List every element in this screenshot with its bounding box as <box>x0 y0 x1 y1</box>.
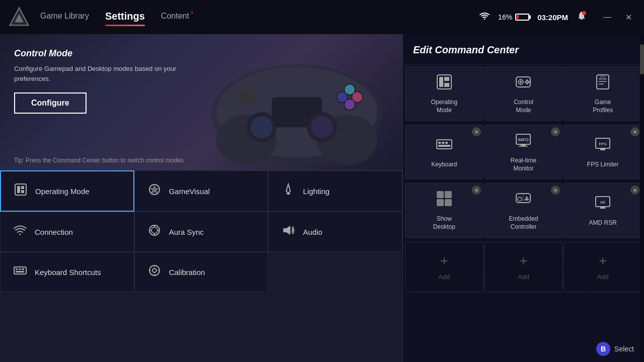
svg-rect-53 <box>439 77 443 87</box>
svg-rect-55 <box>444 83 449 87</box>
svg-rect-72 <box>445 142 448 144</box>
settings-cell-gamevisual[interactable]: GameVisual <box>134 170 269 212</box>
settings-cell-operating-mode[interactable]: Operating Mode <box>0 170 134 212</box>
svg-rect-28 <box>21 190 24 193</box>
svg-point-24 <box>251 116 273 138</box>
nav-settings[interactable]: Settings <box>105 11 145 24</box>
control-mode-desc: Configure Gamepad and Desktop modes base… <box>14 64 205 83</box>
cmd-card-embedded-controller[interactable]: ✕ EmbeddedController <box>485 183 563 237</box>
topbar: Game Library Settings Content 16% 03:20P… <box>0 0 644 34</box>
add-1-icon: + <box>440 253 448 269</box>
settings-cell-audio[interactable]: Audio <box>268 212 403 252</box>
cmd-keyboard-remove[interactable]: ✕ <box>472 127 481 136</box>
nav-content[interactable]: Content <box>161 12 189 23</box>
right-panel: Edit Command Center OperatingMode <box>403 34 644 362</box>
main-content: Control Mode Configure Gamepad and Deskt… <box>0 34 644 362</box>
cmd-card-show-desktop[interactable]: ✕ ShowDesktop <box>405 183 484 237</box>
edit-command-center-title: Edit Command Center <box>403 34 644 64</box>
calibration-icon <box>147 263 162 281</box>
left-panel: Control Mode Configure Gamepad and Deskt… <box>0 34 403 362</box>
minimize-button[interactable]: — <box>599 11 615 24</box>
svg-rect-45 <box>16 271 24 273</box>
cmd-card-realtime-monitor[interactable]: ✕ INFO Real-timeMonitor <box>485 125 563 179</box>
control-mode-title: Control Mode <box>14 48 205 59</box>
cmd-embedded-remove[interactable]: ✕ <box>551 186 560 195</box>
close-button[interactable]: ✕ <box>621 11 636 24</box>
battery-bar <box>515 14 529 21</box>
cmd-card-control-mode[interactable]: ControlMode <box>485 66 563 121</box>
settings-grid: Operating Mode GameVisual <box>0 170 403 292</box>
svg-point-20 <box>345 84 355 95</box>
select-button-icon[interactable]: B <box>596 342 610 356</box>
cmd-amd-rsr-remove[interactable]: ✕ <box>630 186 639 195</box>
cmd-game-profiles-label: GameProfiles <box>593 99 613 114</box>
lighting-label: Lighting <box>303 187 330 196</box>
cmd-embedded-controller-icon <box>514 190 532 211</box>
gamevisual-icon <box>147 183 162 200</box>
settings-cell-lighting[interactable]: Lighting <box>268 170 403 212</box>
cmd-card-fps-limiter[interactable]: ✕ FPS FPS Limiter <box>564 125 642 179</box>
svg-point-61 <box>525 81 527 83</box>
keyboard-shortcuts-label: Keyboard Shortcuts <box>35 268 101 277</box>
svg-text:FPS: FPS <box>599 142 607 146</box>
cmd-amd-rsr-icon: HD <box>594 194 612 215</box>
settings-cell-aura-sync[interactable]: Aura Sync <box>134 212 269 252</box>
cmd-game-profiles-icon: FPS <box>594 73 612 95</box>
time-display: 03:20PM <box>537 13 568 22</box>
connection-icon <box>13 223 28 240</box>
cmd-fps-remove[interactable]: ✕ <box>630 127 639 136</box>
svg-rect-25 <box>15 184 26 195</box>
app-logo <box>8 6 30 28</box>
cmd-add-2[interactable]: + Add <box>485 242 563 292</box>
svg-point-34 <box>151 227 157 233</box>
audio-icon <box>281 223 296 240</box>
svg-rect-84 <box>445 199 452 206</box>
cmd-show-desktop-icon <box>435 190 453 211</box>
add-1-label: Add <box>438 273 450 281</box>
svg-marker-30 <box>286 184 290 193</box>
gamevisual-label: GameVisual <box>169 187 210 196</box>
svg-rect-44 <box>22 268 24 270</box>
settings-cell-calibration[interactable]: Calibration <box>134 252 269 292</box>
scrollbar-thumb[interactable] <box>640 44 644 74</box>
bell-icon[interactable] <box>576 11 587 24</box>
cmd-add-3[interactable]: + Add <box>564 242 642 292</box>
svg-rect-69 <box>437 140 452 149</box>
svg-marker-40 <box>286 226 290 235</box>
svg-point-17 <box>345 100 355 110</box>
add-3-label: Add <box>597 273 609 281</box>
svg-rect-26 <box>17 186 20 193</box>
scrollbar-track <box>640 34 644 362</box>
settings-cell-keyboard-shortcuts[interactable]: Keyboard Shortcuts <box>0 252 134 292</box>
svg-rect-41 <box>14 267 26 274</box>
configure-button[interactable]: Configure <box>14 93 87 114</box>
nav-game-library[interactable]: Game Library <box>40 12 89 23</box>
operating-mode-icon <box>13 183 28 200</box>
cmd-show-desktop-remove[interactable]: ✕ <box>472 186 481 195</box>
settings-cell-connection[interactable]: Connection <box>0 212 134 252</box>
svg-rect-81 <box>437 191 444 198</box>
cmd-control-mode-icon <box>514 73 532 95</box>
svg-rect-22 <box>241 90 252 104</box>
cmd-realtime-remove[interactable]: ✕ <box>551 127 560 136</box>
cmd-card-operating-mode[interactable]: OperatingMode <box>405 66 484 121</box>
svg-rect-27 <box>21 186 24 189</box>
cmd-card-amd-rsr[interactable]: ✕ HD AMD RSR <box>564 183 642 237</box>
cmd-card-game-profiles[interactable]: FPS GameProfiles <box>564 66 642 121</box>
wifi-icon <box>479 12 490 23</box>
operating-mode-label: Operating Mode <box>35 187 90 196</box>
select-icon-label: B <box>601 345 606 353</box>
add-cards-row: + Add + Add + Add <box>403 240 644 294</box>
cmd-card-keyboard[interactable]: ✕ Keyboard <box>405 125 484 179</box>
svg-rect-82 <box>445 191 452 198</box>
svg-point-60 <box>526 79 528 81</box>
svg-point-18 <box>337 92 347 102</box>
svg-rect-42 <box>16 268 18 270</box>
bot-cards-row: ✕ ShowDesktop ✕ <box>403 181 644 239</box>
svg-point-90 <box>527 199 529 201</box>
controller-image <box>201 39 392 170</box>
cmd-add-1[interactable]: + Add <box>405 242 484 292</box>
connection-label: Connection <box>35 228 73 236</box>
svg-rect-54 <box>444 77 449 81</box>
svg-point-87 <box>518 197 522 201</box>
